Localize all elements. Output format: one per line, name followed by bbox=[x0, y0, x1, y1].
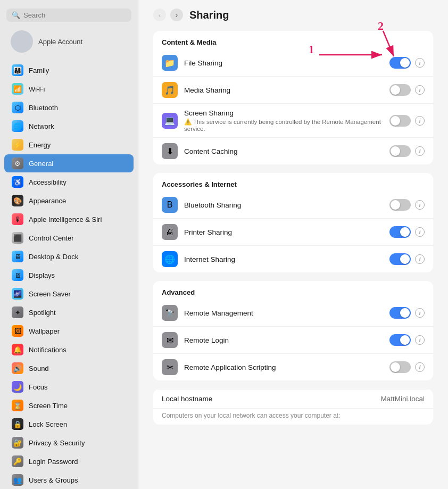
media-sharing-toggle-knob bbox=[391, 85, 400, 95]
remote-management-toggle[interactable] bbox=[389, 307, 411, 319]
search-bar[interactable]: 🔍 bbox=[6, 9, 131, 22]
sidebar-item-lockscreen[interactable]: 🔒Lock Screen bbox=[4, 415, 134, 433]
screen-sharing-info-button[interactable]: i bbox=[415, 116, 425, 126]
screen-sharing-toggle-knob bbox=[391, 116, 400, 126]
screen-sharing-warning: ⚠️ This service is currently being contr… bbox=[184, 118, 383, 132]
sidebar-item-sound[interactable]: 🔊Sound bbox=[4, 359, 134, 377]
bluetooth-sharing-info-button[interactable]: i bbox=[415, 200, 425, 210]
remote-scripting-controls: i bbox=[389, 361, 425, 373]
internet-sharing-info-button[interactable]: i bbox=[415, 254, 425, 264]
sidebar-item-desktop[interactable]: 🖥Desktop & Dock bbox=[4, 247, 134, 266]
sections-container: Content & Media📁File Sharingi🎵Media Shar… bbox=[153, 31, 433, 380]
screen-sharing-controls: i bbox=[389, 115, 425, 127]
file-sharing-info: File Sharing bbox=[184, 59, 383, 67]
internet-sharing-icon: 🌐 bbox=[162, 251, 178, 267]
sidebar-item-label-wallpaper: Wallpaper bbox=[29, 327, 60, 335]
sidebar-item-accessibility[interactable]: ♿Accessibility bbox=[4, 173, 134, 191]
apple-account-item[interactable]: Apple Account bbox=[6, 27, 131, 56]
sidebar-item-bluetooth[interactable]: ⬡Bluetooth bbox=[4, 98, 134, 117]
wifi-icon: 📶 bbox=[12, 83, 23, 95]
sidebar-item-displays[interactable]: 🖥Displays bbox=[4, 266, 134, 284]
file-sharing-info-button[interactable]: i bbox=[415, 58, 425, 68]
remote-scripting-toggle-knob bbox=[391, 362, 400, 372]
focus-icon: 🌙 bbox=[12, 381, 23, 393]
sidebar-item-family[interactable]: 👨‍👩‍👧Family bbox=[4, 61, 134, 79]
bluetooth-icon: ⬡ bbox=[12, 102, 23, 113]
remote-management-label: Remote Management bbox=[184, 309, 383, 317]
sidebar-item-screensaver[interactable]: 🌌Screen Saver bbox=[4, 285, 134, 303]
sidebar-item-appearance[interactable]: 🎨Appearance bbox=[4, 192, 134, 210]
sidebar-item-focus[interactable]: 🌙Focus bbox=[4, 378, 134, 396]
remote-login-info: Remote Login bbox=[184, 336, 383, 344]
sidebar-item-spotlight[interactable]: ✦Spotlight bbox=[4, 303, 134, 321]
bluetooth-sharing-label: Bluetooth Sharing bbox=[184, 201, 383, 209]
sidebar-item-network[interactable]: 🌐Network bbox=[4, 117, 134, 135]
screen-sharing-icon: 💻 bbox=[162, 113, 178, 129]
sidebar-item-wifi[interactable]: 📶Wi-Fi bbox=[4, 80, 134, 98]
sidebar-item-wallpaper[interactable]: 🖼Wallpaper bbox=[4, 322, 134, 340]
sidebar-item-screentime[interactable]: ⌛Screen Time bbox=[4, 396, 134, 415]
printer-sharing-info-button[interactable]: i bbox=[415, 227, 425, 237]
media-sharing-label: Media Sharing bbox=[184, 86, 383, 94]
remote-scripting-label: Remote Application Scripting bbox=[184, 363, 383, 371]
sidebar-item-label-displays: Displays bbox=[29, 271, 55, 279]
hostname-label: Local hostname bbox=[162, 395, 212, 403]
nav-forward-button[interactable]: › bbox=[170, 9, 183, 21]
sidebar-item-control[interactable]: ⬛Control Center bbox=[4, 229, 134, 247]
privacy-icon: 🔐 bbox=[12, 437, 23, 449]
sidebar-item-notifications[interactable]: 🔔Notifications bbox=[4, 341, 134, 359]
desktop-icon: 🖥 bbox=[12, 251, 23, 262]
sidebar-item-privacy[interactable]: 🔐Privacy & Security bbox=[4, 434, 134, 452]
remote-login-info-button[interactable]: i bbox=[415, 335, 425, 345]
printer-sharing-toggle[interactable] bbox=[389, 226, 411, 238]
printer-sharing-toggle-knob bbox=[400, 227, 410, 237]
setting-row-remote-login: ✉Remote Logini bbox=[153, 326, 433, 353]
sidebar-section-main: 👨‍👩‍👧Family📶Wi-Fi⬡Bluetooth🌐Network⚡Ener… bbox=[0, 61, 138, 489]
setting-row-printer-sharing: 🖨Printer Sharingi bbox=[153, 218, 433, 245]
bluetooth-sharing-toggle[interactable] bbox=[389, 199, 411, 211]
sidebar-item-label-privacy: Privacy & Security bbox=[29, 439, 85, 447]
search-input[interactable] bbox=[23, 11, 126, 19]
internet-sharing-info: Internet Sharing bbox=[184, 255, 383, 263]
media-sharing-info-button[interactable]: i bbox=[415, 85, 425, 95]
apple-account-label: Apple Account bbox=[38, 38, 82, 46]
setting-row-remote-management: 🔭Remote Managementi bbox=[153, 300, 433, 326]
hostname-value: MattMini.local bbox=[380, 395, 425, 403]
remote-scripting-toggle[interactable] bbox=[389, 361, 411, 373]
remote-management-info: Remote Management bbox=[184, 309, 383, 317]
media-sharing-toggle[interactable] bbox=[389, 84, 411, 96]
remote-login-toggle[interactable] bbox=[389, 334, 411, 346]
sidebar-item-energy[interactable]: ⚡Energy bbox=[4, 136, 134, 154]
sidebar-item-label-wifi: Wi-Fi bbox=[29, 85, 45, 93]
sidebar-item-general[interactable]: ⚙General bbox=[4, 154, 134, 172]
sidebar-item-users[interactable]: 👥Users & Groups bbox=[4, 471, 134, 489]
content-caching-label: Content Caching bbox=[184, 147, 383, 155]
sidebar-item-label-desktop: Desktop & Dock bbox=[29, 253, 78, 261]
internet-sharing-toggle[interactable] bbox=[389, 253, 411, 265]
file-sharing-toggle[interactable] bbox=[389, 57, 411, 69]
sidebar-item-label-users: Users & Groups bbox=[29, 476, 78, 484]
remote-scripting-info-button[interactable]: i bbox=[415, 362, 425, 372]
content-caching-info-button[interactable]: i bbox=[415, 146, 425, 156]
lockscreen-icon: 🔒 bbox=[12, 418, 23, 430]
remote-management-info-button[interactable]: i bbox=[415, 308, 425, 318]
setting-row-content-caching: ⬇Content Cachingi bbox=[153, 137, 433, 164]
sidebar-item-label-lockscreen: Lock Screen bbox=[29, 420, 67, 428]
setting-row-bluetooth-sharing: BBluetooth Sharingi bbox=[153, 192, 433, 218]
sidebar-item-ai-siri[interactable]: 🎙Apple Intelligence & Siri bbox=[4, 210, 134, 228]
media-sharing-controls: i bbox=[389, 84, 425, 96]
file-sharing-controls: i bbox=[389, 57, 425, 69]
media-sharing-info: Media Sharing bbox=[184, 86, 383, 94]
page-title: Sharing bbox=[189, 9, 229, 21]
sidebar-item-label-accessibility: Accessibility bbox=[29, 178, 67, 186]
content-caching-toggle[interactable] bbox=[389, 145, 411, 157]
nav-back-button[interactable]: ‹ bbox=[153, 9, 166, 21]
bottom-note: Computers on your local network can acce… bbox=[162, 412, 340, 419]
sidebar-item-loginpw[interactable]: 🔑Login Password bbox=[4, 452, 134, 470]
remote-scripting-icon: ✂ bbox=[162, 359, 178, 375]
bluetooth-sharing-toggle-knob bbox=[391, 200, 400, 210]
bluetooth-sharing-controls: i bbox=[389, 199, 425, 211]
sidebar-item-label-bluetooth: Bluetooth bbox=[29, 104, 58, 112]
screen-sharing-toggle[interactable] bbox=[389, 115, 411, 127]
remote-login-label: Remote Login bbox=[184, 336, 383, 344]
